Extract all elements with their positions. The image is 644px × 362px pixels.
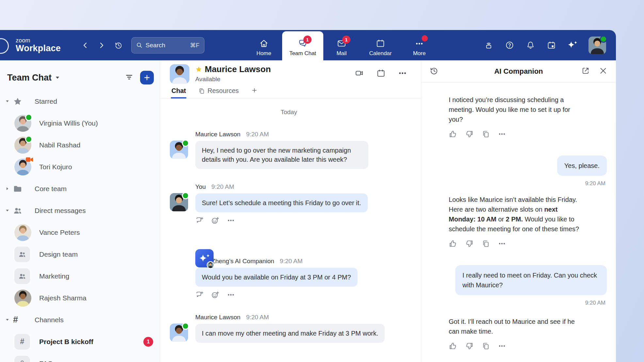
team-chat-sidebar: Team Chat xyxy=(0,60,160,362)
section-label: Direct messages xyxy=(35,207,86,215)
more-icon xyxy=(415,39,424,48)
help-button[interactable] xyxy=(505,41,514,50)
reply-in-thread-icon[interactable] xyxy=(195,217,204,225)
section-label: Channels xyxy=(35,316,64,324)
sidebar-item-tori-kojuro[interactable]: Tori Kojuro xyxy=(0,156,160,178)
sidebar-title-menu[interactable]: Team Chat xyxy=(7,73,60,83)
ai-companion-avatar[interactable] xyxy=(195,249,214,267)
group-name: Marketing xyxy=(39,272,69,280)
sidebar-item-design-team[interactable]: Design team xyxy=(0,243,160,265)
more-options-button[interactable] xyxy=(397,69,407,79)
sidebar-item-faqs[interactable]: FAQs xyxy=(0,353,160,362)
forward-button[interactable] xyxy=(96,40,107,51)
sidebar-item-nabil-rashad[interactable]: Nabil Rashad xyxy=(0,134,160,156)
add-tab-button[interactable] xyxy=(250,87,258,98)
plus-icon xyxy=(143,74,151,81)
back-button[interactable] xyxy=(80,40,91,51)
thumbs-down-icon[interactable] xyxy=(465,130,474,139)
sidebar-header: Team Chat xyxy=(0,68,160,87)
schedule-meeting-button[interactable] xyxy=(376,69,386,79)
chat-header: Maurice Lawson Available xyxy=(160,60,421,84)
sidebar-section-direct-messages[interactable]: Direct messages xyxy=(0,200,160,221)
tab-resources[interactable]: Resources xyxy=(198,87,239,98)
top-bar-right-actions xyxy=(484,30,606,60)
ai-message: Got it. I’ll reach out to Maurice and se… xyxy=(429,317,607,336)
add-reaction-icon[interactable] xyxy=(211,217,219,225)
cropped-circle-decoration xyxy=(0,38,9,54)
tab-calendar[interactable]: Calendar xyxy=(360,30,401,60)
ai-panel-body: I noticed you’re discussing scheduling a… xyxy=(421,83,616,362)
tab-chat[interactable]: Chat xyxy=(171,87,186,98)
folder-icon xyxy=(13,184,22,193)
add-reaction-icon[interactable] xyxy=(211,291,219,299)
people-icon xyxy=(13,206,22,215)
sidebar-section-core-team[interactable]: Core team xyxy=(0,178,160,200)
thumbs-up-icon[interactable] xyxy=(449,342,457,351)
star-icon xyxy=(13,97,22,106)
ai-companion-button[interactable] xyxy=(568,41,577,50)
sidebar-list: Starred Virginia Willis (You) Nabil Rash… xyxy=(0,90,160,362)
tab-more[interactable]: More xyxy=(401,30,438,60)
more-actions-icon[interactable] xyxy=(227,217,235,225)
zoom-workplace-window: zoom Workplace Search ⌘F Home xyxy=(0,30,616,362)
more-icon[interactable] xyxy=(498,240,506,248)
notifications-button[interactable] xyxy=(526,41,535,50)
pop-out-button[interactable] xyxy=(581,67,590,76)
thumbs-up-icon[interactable] xyxy=(449,130,457,139)
connect-to-device-button[interactable] xyxy=(484,41,493,50)
starred-icon[interactable] xyxy=(195,66,202,73)
thumbs-down-icon[interactable] xyxy=(465,342,474,351)
thumbs-down-icon[interactable] xyxy=(465,240,474,248)
tab-mail[interactable]: 1 Mail xyxy=(323,30,360,60)
thumbs-up-icon[interactable] xyxy=(449,240,457,248)
copy-icon[interactable] xyxy=(481,342,490,351)
tab-resources-label: Resources xyxy=(207,87,239,95)
ai-history-button[interactable] xyxy=(429,67,439,76)
chat-message: Maurice Lawson 9:20 AM I can move my oth… xyxy=(170,314,408,343)
avatar[interactable] xyxy=(170,324,188,342)
chevron-left-icon xyxy=(81,41,89,49)
sidebar-item-marketing[interactable]: Marketing xyxy=(0,265,160,287)
sidebar-section-starred[interactable]: Starred xyxy=(0,90,160,112)
new-chat-button[interactable] xyxy=(140,71,154,84)
history-button[interactable] xyxy=(113,40,124,51)
sidebar-item-vance-peters[interactable]: Vance Peters xyxy=(0,221,160,243)
in-meeting-camera-icon xyxy=(26,157,34,162)
avatar[interactable] xyxy=(170,141,188,159)
mail-unread-badge: 1 xyxy=(342,36,350,44)
search-input[interactable]: Search ⌘F xyxy=(131,37,204,53)
schedule-button[interactable] xyxy=(547,41,556,50)
close-panel-button[interactable] xyxy=(598,67,608,76)
sidebar-item-project-b-kickoff[interactable]: # Project B kickoff 1 xyxy=(0,331,160,353)
team-chat-unread-badge: 1 xyxy=(303,36,312,44)
user-avatar[interactable] xyxy=(588,37,606,54)
copy-icon[interactable] xyxy=(481,240,490,248)
contact-name: Vance Peters xyxy=(39,229,80,236)
chevron-right-icon xyxy=(98,41,105,49)
more-actions-icon[interactable] xyxy=(227,291,235,299)
tab-mail-label: Mail xyxy=(336,50,346,57)
more-icon[interactable] xyxy=(498,130,506,139)
tab-home[interactable]: Home xyxy=(246,30,282,60)
peer-avatar[interactable] xyxy=(170,64,189,84)
message-time: 9:20 AM xyxy=(246,314,269,321)
logo-workplace-text: Workplace xyxy=(16,44,61,53)
channel-name: Project B kickoff xyxy=(39,338,93,346)
avatar[interactable] xyxy=(170,193,188,211)
sidebar-item-rajesh-sharma[interactable]: Rajesh Sharma xyxy=(0,287,160,309)
reply-in-thread-icon[interactable] xyxy=(195,291,204,299)
more-icon[interactable] xyxy=(498,342,506,351)
sidebar-item-virginia-willis[interactable]: Virginia Willis (You) xyxy=(0,112,160,134)
tab-calendar-label: Calendar xyxy=(369,50,392,57)
sidebar-title: Team Chat xyxy=(7,73,52,83)
start-video-meeting-button[interactable] xyxy=(354,69,364,79)
desktop-background: zoom Workplace Search ⌘F Home xyxy=(0,0,644,362)
tab-team-chat[interactable]: 1 Team Chat xyxy=(282,31,323,60)
ai-sparkle-icon xyxy=(568,41,577,49)
sidebar-section-channels[interactable]: # Channels xyxy=(0,309,160,331)
copy-icon[interactable] xyxy=(481,130,490,139)
logo-zoom-text: zoom xyxy=(16,38,61,44)
filter-button[interactable] xyxy=(124,72,134,83)
message-time: 9:20 AM xyxy=(211,183,234,190)
user-prompt-bubble: Yes, please. xyxy=(557,156,607,176)
